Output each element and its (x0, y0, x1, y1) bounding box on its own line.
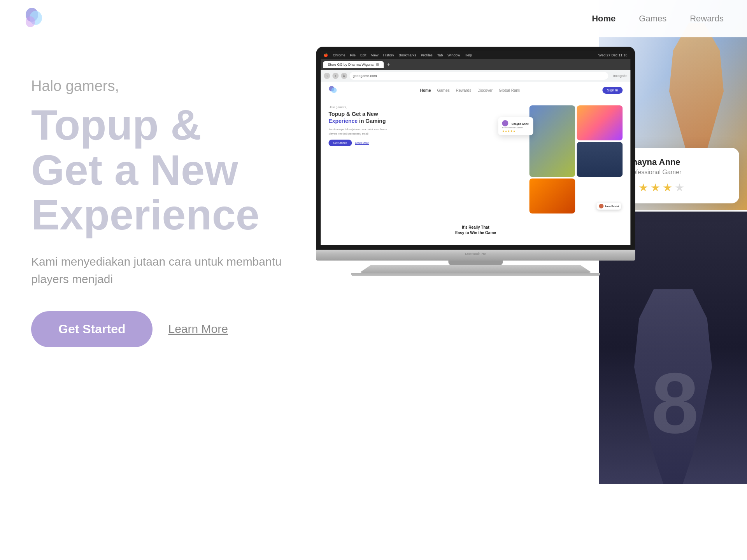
mac-edit: Edit (360, 53, 366, 57)
anime-image (577, 105, 622, 140)
hero-title-line1: Topup & (31, 102, 303, 147)
laptop-stand (359, 265, 592, 273)
mini-nav: Home Games Rewards Discover Global Rank … (321, 82, 630, 99)
mac-help: Help (465, 53, 472, 57)
mini-nav-home[interactable]: Home (420, 88, 431, 93)
reviewer-name: Shayna Anne (512, 122, 529, 125)
lann-name: Lann Knight (605, 205, 619, 207)
mini-review-card: Shayna Anne Professional Gamer ★★★★★ (498, 117, 533, 135)
mac-window: Window (447, 53, 460, 57)
mini-get-started-btn[interactable]: Get Started (328, 140, 352, 146)
chrome-tabbar: Store GG by Dharma Wiguna + (321, 59, 630, 70)
lann-avatar (599, 204, 603, 208)
mac-view: View (371, 53, 378, 57)
laptop-model-label: MacBook Pro (316, 250, 635, 256)
hero-desc-line2: players menjadi (31, 270, 296, 288)
mini-hero-title: Topup & Get a New Experience in Gaming (328, 110, 521, 124)
mini-logo (328, 86, 338, 95)
svg-point-2 (26, 16, 35, 27)
tab-title: Store GG by Dharma Wiguna (328, 63, 374, 66)
laptop-notch (448, 261, 503, 265)
nav-games[interactable]: Games (639, 14, 666, 24)
mac-file: File (350, 53, 356, 57)
mac-profiles: Profiles (421, 53, 433, 57)
get-started-button[interactable]: Get Started (31, 311, 153, 347)
hero-desc-line1: Kami menyediakan jutaan cara untuk memba… (31, 253, 296, 270)
mini-learn-more-btn[interactable]: Learn More (355, 142, 369, 144)
hero-buttons: Get Started Learn More (31, 311, 747, 347)
address-bar[interactable]: goodgame.com (349, 72, 608, 80)
mac-apple: 🍎 (324, 53, 328, 57)
mac-tab: Tab (437, 53, 443, 57)
lann-knight-badge: Lann Knight (596, 203, 621, 210)
mini-title-highlight: Experience (328, 118, 358, 124)
mini-bottom-label: It's Really That Easy to Win the Game (325, 225, 626, 236)
laptop-keyboard-base: MacBook Pro (316, 250, 635, 261)
mini-game-img-football (577, 142, 622, 177)
mini-nav-rewards[interactable]: Rewards (456, 88, 471, 93)
forward-button[interactable]: › (332, 73, 338, 79)
chrome-toolbar: ‹ › ↻ goodgame.com Incognito (321, 70, 630, 82)
mini-halo-text: Halo gamers, (328, 105, 521, 109)
mac-history: History (383, 53, 394, 57)
laptop-bottom-edge (351, 273, 600, 276)
laptop-screen-outer: 🍎 Chrome File Edit View History Bookmark… (316, 47, 635, 250)
hero-title-line2: Get a New (31, 147, 303, 192)
mac-chrome: Chrome (333, 53, 345, 57)
mini-website: Home Games Rewards Discover Global Rank … (321, 82, 630, 245)
mini-hero-text: Halo gamers, Topup & Get a New Experienc… (328, 105, 521, 214)
hero-description: Kami menyediakan jutaan cara untuk memba… (31, 253, 296, 288)
football-image (577, 142, 622, 177)
reviewer-stars: ★★★★★ (502, 130, 529, 133)
laptop-mockup: 🍎 Chrome File Edit View History Bookmark… (316, 47, 635, 276)
learn-more-button[interactable]: Learn More (168, 322, 228, 336)
hero-section: Shayna Anne Professional Gamer ★ ★ ★ ★ ★… (0, 0, 747, 560)
racing-image (529, 178, 575, 214)
mini-bottom-line1: It's Really That (462, 225, 489, 229)
mini-hero: Halo gamers, Topup & Get a New Experienc… (321, 99, 630, 220)
mini-game-img-racing (529, 178, 575, 214)
mini-nav-games[interactable]: Games (437, 88, 449, 93)
hero-title: Topup & Get a New Experience (31, 102, 303, 237)
logo-icon (23, 7, 47, 30)
main-nav: Home Games Rewards (592, 14, 724, 24)
mini-logo-icon (328, 86, 338, 95)
mini-nav-links: Home Games Rewards Discover Global Rank (420, 88, 520, 93)
refresh-button[interactable]: ↻ (341, 73, 347, 79)
hero-title-line3: Experience (31, 192, 303, 237)
mini-hero-buttons: Get Started Learn More (328, 140, 521, 146)
chrome-tab-active[interactable]: Store GG by Dharma Wiguna (323, 61, 384, 68)
mini-game-images: Shayna Anne Professional Gamer ★★★★★ (529, 105, 622, 214)
tab-close-btn[interactable] (376, 63, 379, 66)
warrior-image (529, 105, 575, 177)
mini-game-img-anime (577, 105, 622, 140)
mini-sign-in-button[interactable]: Sign In (602, 87, 622, 94)
logo (23, 7, 47, 30)
header: Home Games Rewards (0, 0, 747, 37)
reviewer-role: Professional Gamer (502, 126, 529, 129)
nav-home[interactable]: Home (592, 14, 615, 24)
jersey-number: 8 (651, 354, 695, 453)
svg-point-4 (331, 88, 337, 93)
mini-bottom-line2: Easy to Win the Game (455, 231, 496, 235)
url-text: goodgame.com (352, 74, 377, 78)
mini-nav-discover[interactable]: Discover (477, 88, 493, 93)
nav-rewards[interactable]: Rewards (690, 14, 724, 24)
mac-menubar: 🍎 Chrome File Edit View History Bookmark… (321, 51, 630, 59)
mini-hero-desc: Kami menyediakan jutaan cara untuk memba… (328, 128, 521, 136)
mini-bottom-text: It's Really That Easy to Win the Game (321, 220, 630, 240)
incognito-label: Incognito (613, 74, 628, 78)
reviewer-avatar (502, 120, 508, 126)
mini-game-img-warrior (529, 105, 575, 177)
mini-nav-rank[interactable]: Global Rank (499, 88, 520, 93)
back-button[interactable]: ‹ (324, 73, 330, 79)
new-tab-button[interactable]: + (385, 61, 392, 68)
mac-datetime: Wed 27 Dec 11:16 (598, 53, 627, 57)
mac-bookmarks: Bookmarks (399, 53, 416, 57)
